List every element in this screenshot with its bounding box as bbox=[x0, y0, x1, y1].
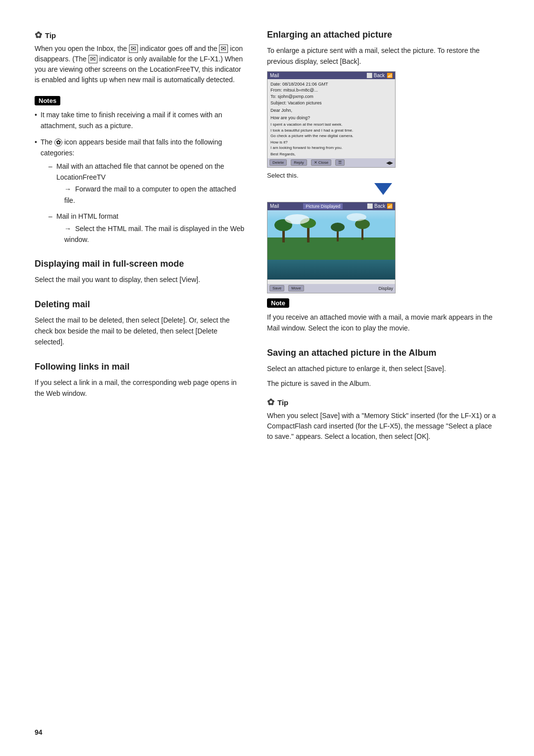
heading-saving: Saving an attached picture in the Album bbox=[267, 348, 499, 358]
screen-email-content: Date: 08/18/2004 21:06 GMT From: mitsui.… bbox=[267, 79, 395, 168]
select-this-text: Select this. bbox=[267, 172, 499, 179]
screen-icon-signal: 📶 bbox=[387, 73, 393, 78]
large-screen-tab: Picture Displayed bbox=[303, 203, 343, 209]
screen-top-icons: ⬜ Back 📶 bbox=[366, 73, 393, 78]
text-enlarging: To enlarge a picture sent with a mail, s… bbox=[267, 45, 499, 67]
tip-header-2: ✿ Tip bbox=[267, 397, 499, 408]
screen-bottom-bar-1: Delete Reply ✕ Close ☰ ◀▶ bbox=[267, 158, 395, 167]
page-number: 94 bbox=[35, 728, 43, 736]
tip-label-1: Tip bbox=[45, 31, 56, 40]
svg-point-15 bbox=[285, 214, 310, 224]
tip-header-1: ✿ Tip bbox=[35, 30, 247, 41]
note-label: Note bbox=[267, 298, 289, 308]
svg-rect-6 bbox=[267, 260, 395, 280]
large-screen-title: Mail bbox=[270, 203, 279, 209]
screen-wrapper-2: Mail Picture Displayed ⬜ Back 📶 bbox=[267, 202, 499, 293]
thumb-svg bbox=[273, 167, 308, 168]
svg-point-16 bbox=[347, 213, 366, 221]
svg-rect-0 bbox=[273, 167, 308, 168]
left-column: ✿ Tip When you open the Inbox, the ✉ ind… bbox=[35, 30, 247, 716]
screen-enlarged: Mail Picture Displayed ⬜ Back 📶 bbox=[267, 202, 396, 293]
tip-text-1: When you open the Inbox, the ✉ indicator… bbox=[35, 44, 247, 85]
section-text-deleting: Select the mail to be deleted, then sele… bbox=[35, 315, 247, 348]
email-date: Date: 08/18/2004 21:06 GMT bbox=[270, 81, 392, 88]
note-item-1: It may take time to finish receiving a m… bbox=[35, 109, 247, 132]
tip-icon-1: ✿ bbox=[35, 30, 42, 41]
screen-btn-x[interactable]: ✕ Close bbox=[311, 159, 332, 166]
screen-btn-more[interactable]: ☰ bbox=[335, 159, 345, 166]
section-following-links: Following links in mail If you select a … bbox=[35, 362, 247, 399]
email-body-3: I took a beautiful picture and I had a g… bbox=[270, 128, 392, 133]
right-column: Enlarging an attached picture To enlarge… bbox=[267, 30, 499, 716]
screen-icon-back: ⬜ Back bbox=[366, 73, 385, 78]
svg-rect-5 bbox=[267, 237, 395, 260]
notes-section: Notes It may take time to finish receivi… bbox=[35, 96, 247, 245]
tip-box-1: ✿ Tip When you open the Inbox, the ✉ ind… bbox=[35, 30, 247, 85]
email-from: From: mitsui.b=m8c@... bbox=[270, 87, 392, 94]
screen-btn-delete[interactable]: Delete bbox=[269, 159, 287, 166]
page: ✿ Tip When you open the Inbox, the ✉ ind… bbox=[0, 0, 534, 756]
section-heading-full-screen: Displaying mail in full-screen mode bbox=[35, 259, 247, 269]
text-saving-1: Select an attached picture to enlarge it… bbox=[267, 363, 499, 374]
screen-nav-arrows: ◀▶ bbox=[386, 160, 393, 165]
heading-enlarging: Enlarging an attached picture bbox=[267, 30, 499, 40]
email-to: To: sjohn@pxmp.com bbox=[270, 94, 392, 100]
email-best: Best Regards, bbox=[270, 151, 392, 157]
section-saving: Saving an attached picture in the Album … bbox=[267, 348, 499, 389]
large-screen-right: ⬜ Back 📶 bbox=[367, 203, 393, 209]
section-full-screen: Displaying mail in full-screen mode Sele… bbox=[35, 259, 247, 285]
email-forward: I am looking forward to hearing from you… bbox=[270, 145, 392, 150]
note-subsubitem-1: → Forward the mail to a computer to open… bbox=[56, 184, 247, 206]
note-item-2: The ✿ icon appears beside mail that fall… bbox=[35, 137, 247, 245]
email-body-1: How are you doing? bbox=[270, 115, 392, 121]
large-image-svg bbox=[267, 210, 395, 280]
arrow-down-icon bbox=[374, 183, 392, 195]
notes-content: It may take time to finish receiving a m… bbox=[35, 109, 247, 245]
section-text-links: If you select a link in a mail, the corr… bbox=[35, 377, 247, 399]
note-subitem-1: Mail with an attached file that cannot b… bbox=[48, 161, 247, 206]
section-text-full-screen: Select the mail you want to display, the… bbox=[35, 274, 247, 285]
large-btn-save[interactable]: Save bbox=[269, 285, 284, 291]
screen-title-1: Mail bbox=[270, 73, 279, 78]
tip-text-2: When you select [Save] with a "Memory St… bbox=[267, 411, 499, 442]
email-subject: Subject: Vacation pictures bbox=[270, 100, 392, 106]
tip-label-2: Tip bbox=[277, 398, 288, 407]
large-screen-image bbox=[267, 210, 395, 280]
section-heading-links: Following links in mail bbox=[35, 362, 247, 372]
note-subsubitem-2: → Select the HTML mail. The mail is disp… bbox=[56, 223, 247, 245]
section-heading-deleting: Deleting mail bbox=[35, 299, 247, 310]
email-body-2: I spent a vacation at the resort last we… bbox=[270, 122, 392, 127]
large-btn-display[interactable]: Display bbox=[378, 286, 393, 291]
note-text: If you receive an attached movie with a … bbox=[267, 312, 499, 334]
large-screen-bottom-bar: Save Move Display bbox=[267, 284, 395, 293]
screen-email: Mail ⬜ Back 📶 Date: 08/18/2004 21:06 GMT… bbox=[267, 71, 396, 168]
email-body-4: Go check a picture with the new digital … bbox=[270, 133, 392, 139]
screen-btn-reply[interactable]: Reply bbox=[291, 159, 307, 166]
svg-point-12 bbox=[331, 223, 345, 232]
screen-top-bar-1: Mail ⬜ Back 📶 bbox=[267, 72, 395, 79]
note-section: Note If you receive an attached movie wi… bbox=[267, 298, 499, 334]
tip-box-2: ✿ Tip When you select [Save] with a "Mem… bbox=[267, 397, 499, 442]
section-deleting: Deleting mail Select the mail to be dele… bbox=[35, 299, 247, 348]
email-salutation: Dear John, bbox=[270, 107, 392, 114]
text-saving-2: The picture is saved in the Album. bbox=[267, 378, 499, 389]
note-subitem-2: Mail in HTML format → Select the HTML ma… bbox=[48, 211, 247, 245]
email-howisit: How is it? bbox=[270, 140, 392, 145]
notes-label: Notes bbox=[35, 96, 60, 105]
large-screen-top-bar: Mail Picture Displayed ⬜ Back 📶 bbox=[267, 202, 395, 210]
screen-wrapper-1: Mail ⬜ Back 📶 Date: 08/18/2004 21:06 GMT… bbox=[267, 71, 499, 168]
large-btn-move[interactable]: Move bbox=[288, 285, 304, 291]
tip-icon-2: ✿ bbox=[267, 397, 274, 408]
